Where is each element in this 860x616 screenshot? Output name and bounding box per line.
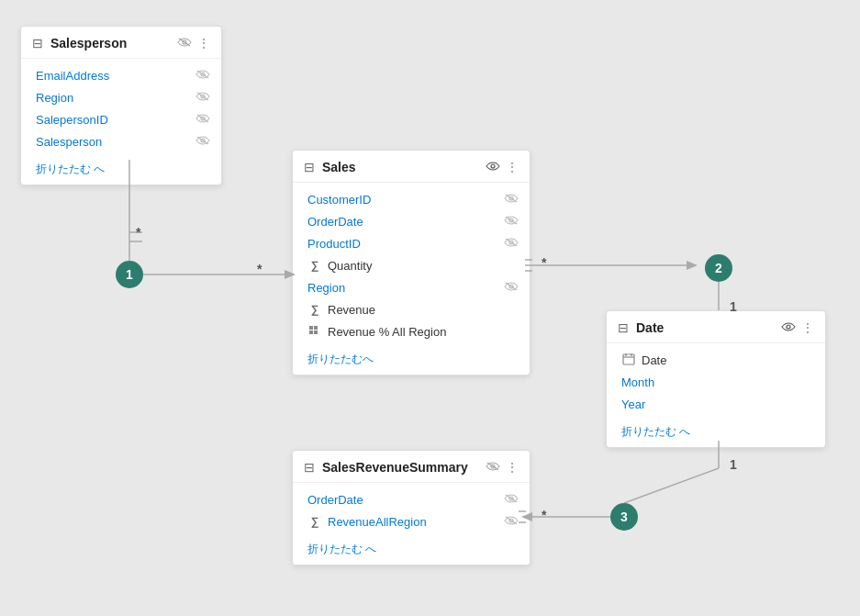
field-quantity: ∑ Quantity: [293, 254, 530, 276]
svg-line-16: [624, 468, 719, 503]
field-revenue: ∑ Revenue: [293, 298, 530, 320]
salesperson-eye-icon[interactable]: [177, 37, 192, 50]
rel-node-1: 1: [116, 261, 143, 288]
svg-rect-33: [623, 354, 634, 364]
field-customerid: CustomerID: [293, 188, 530, 210]
sales-eye-icon[interactable]: [486, 161, 500, 174]
card-sales-date-star: *: [542, 255, 546, 270]
svg-rect-31: [314, 330, 318, 334]
sales-table: ⊟ Sales ⋮ CustomerID: [292, 150, 531, 375]
sum-icon-quantity: ∑: [307, 259, 322, 272]
table-icon-sales: ⊟: [304, 160, 315, 174]
table-icon-date: ⊟: [618, 320, 629, 335]
salesperson-more-icon[interactable]: ⋮: [197, 37, 210, 50]
card-date-one: 1: [730, 299, 737, 314]
card-sp-sales-star: *: [257, 262, 262, 276]
salesperson-body: EmailAddress Region SalepersonID: [21, 59, 221, 156]
sum-icon-revenueall: ∑: [307, 515, 322, 528]
field-hidden-icon: [195, 91, 210, 105]
field-emailaddress: EmailAddress: [21, 64, 221, 86]
sales-collapse[interactable]: 折りたたむへ: [293, 346, 530, 375]
date-eye-icon[interactable]: [781, 321, 796, 334]
field-region-sales: Region: [293, 276, 530, 298]
field-orderdate-srs: OrderDate: [293, 488, 530, 510]
card-srs-date-one: 1: [730, 457, 737, 472]
svg-rect-30: [309, 330, 313, 334]
field-hidden-icon: [195, 113, 210, 127]
diagram-canvas: * * * 1 * 1 1 2 3 ⊟ Salesperson: [0, 0, 860, 616]
sum-icon-revenue: ∑: [307, 303, 322, 316]
sales-body: CustomerID OrderDate ProductID: [293, 183, 530, 346]
date-header: ⊟ Date ⋮: [607, 311, 825, 343]
salesrevenue-eye-icon[interactable]: [486, 461, 500, 474]
date-collapse[interactable]: 折りたたむ へ: [607, 419, 825, 447]
salesperson-collapse[interactable]: 折りたたむ へ: [21, 156, 221, 185]
field-productid: ProductID: [293, 232, 530, 254]
card-sp-star: *: [136, 225, 140, 240]
field-salesperson: Salesperson: [21, 130, 221, 152]
svg-rect-28: [309, 326, 313, 330]
salesperson-table: ⊟ Salesperson ⋮ EmailAddress: [20, 26, 222, 185]
rel-node-3: 3: [610, 503, 638, 531]
salesperson-header: ⊟ Salesperson ⋮: [21, 27, 221, 59]
field-revenueallregion: ∑ RevenueAllRegion: [293, 510, 530, 532]
field-salespersonid: SalepersonID: [21, 108, 221, 130]
sales-title: Sales: [322, 160, 356, 174]
salesrevenue-title: SalesRevenueSummary: [322, 460, 468, 475]
salesrevenue-table: ⊟ SalesRevenueSummary ⋮ OrderDate: [292, 450, 531, 566]
field-date: Date: [607, 349, 825, 371]
field-month: Month: [607, 371, 825, 393]
salesrevenue-body: OrderDate ∑ RevenueAllRegion: [293, 483, 530, 536]
svg-point-23: [491, 164, 495, 168]
sales-more-icon[interactable]: ⋮: [506, 161, 519, 174]
salesrevenue-collapse[interactable]: 折りたたむ へ: [293, 536, 530, 565]
field-year: Year: [607, 393, 825, 415]
field-hidden-icon: [195, 135, 210, 149]
date-more-icon[interactable]: ⋮: [801, 321, 814, 334]
date-title: Date: [636, 320, 664, 335]
salesperson-title: Salesperson: [50, 36, 127, 50]
date-body: Date Month Year: [607, 343, 825, 419]
salesrevenue-header: ⊟ SalesRevenueSummary ⋮: [293, 451, 530, 483]
calendar-icon-date: [621, 353, 636, 368]
date-table: ⊟ Date ⋮: [606, 310, 826, 448]
field-revenue-all-region: Revenue % All Region: [293, 320, 530, 342]
svg-marker-8: [687, 261, 698, 270]
sales-header: ⊟ Sales ⋮: [293, 151, 530, 183]
svg-point-32: [787, 325, 790, 329]
field-orderdate: OrderDate: [293, 210, 530, 232]
grid-icon-revenue-all: [307, 325, 322, 339]
table-icon-salesrevenue: ⊟: [304, 460, 315, 475]
card-srs-star: *: [542, 508, 546, 522]
field-region-sp: Region: [21, 86, 221, 108]
svg-rect-29: [314, 326, 318, 330]
table-icon-salesperson: ⊟: [32, 36, 43, 50]
salesrevenue-more-icon[interactable]: ⋮: [506, 461, 519, 474]
rel-node-2: 2: [705, 254, 732, 282]
field-hidden-icon: [195, 69, 210, 83]
